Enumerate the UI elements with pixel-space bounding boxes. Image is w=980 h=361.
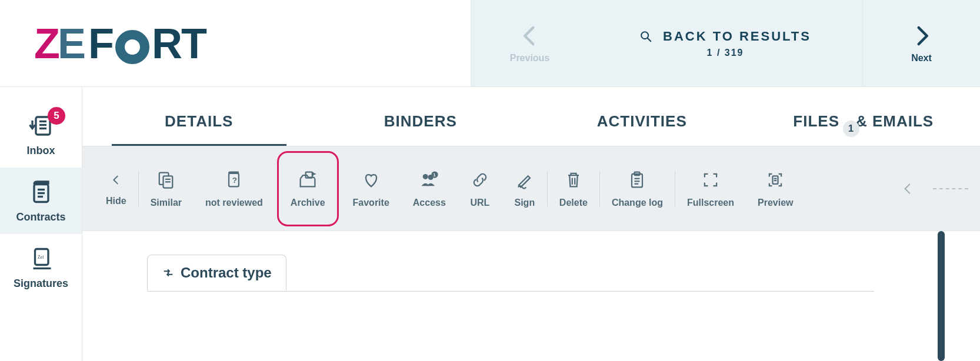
- archive-button[interactable]: Archive: [277, 151, 339, 226]
- tool-label: Sign: [515, 198, 535, 208]
- tool-label: Fullscreen: [687, 198, 734, 208]
- hide-button[interactable]: Hide: [94, 146, 138, 230]
- tabs: DETAILS BINDERS ACTIVITIES FILES 1 & EMA…: [82, 87, 980, 146]
- previous-button[interactable]: Previous: [471, 0, 588, 86]
- preview-button[interactable]: Preview: [746, 146, 805, 230]
- favorite-button[interactable]: Favorite: [341, 146, 401, 230]
- logo: ZEFRT: [34, 19, 206, 68]
- next-button[interactable]: Next: [862, 0, 980, 86]
- tab-details[interactable]: DETAILS: [88, 98, 310, 146]
- contract-type-section-tab[interactable]: Contract type: [147, 255, 286, 290]
- chevron-left-icon: [518, 24, 542, 48]
- access-icon: 1: [419, 169, 440, 190]
- toolbar-right: [894, 146, 968, 230]
- svg-text:1: 1: [433, 172, 436, 178]
- tool-label: Hide: [106, 196, 126, 206]
- tool-label: Change log: [612, 198, 663, 208]
- tab-files-emails[interactable]: FILES 1 & EMAILS: [753, 98, 975, 146]
- access-button[interactable]: 1 Access: [401, 146, 458, 230]
- heart-icon: [361, 169, 382, 190]
- dash-indicator: [933, 188, 968, 189]
- trash-icon: [563, 169, 584, 190]
- previous-label: Previous: [510, 53, 550, 63]
- svg-line-1: [648, 38, 651, 41]
- vertical-scrollbar[interactable]: [938, 231, 945, 361]
- next-label: Next: [911, 53, 932, 63]
- tab-label: BINDERS: [384, 112, 457, 130]
- tool-label: Delete: [559, 198, 588, 208]
- svg-text:?: ?: [232, 175, 237, 184]
- files-count-badge: 1: [843, 121, 859, 137]
- delete-button[interactable]: Delete: [548, 146, 599, 230]
- back-to-results-label: BACK TO RESULTS: [663, 29, 811, 44]
- tab-binders[interactable]: BINDERS: [310, 98, 532, 146]
- signatures-icon: Zef: [27, 245, 55, 273]
- url-button[interactable]: URL: [458, 146, 502, 230]
- preview-icon: [765, 169, 786, 190]
- chevron-right-icon: [909, 24, 934, 48]
- sidebar-item-label: Signatures: [14, 278, 68, 290]
- svg-point-20: [423, 173, 428, 179]
- archive-icon: [297, 169, 318, 190]
- collapse-right-button[interactable]: [894, 146, 921, 230]
- header: ZEFRT Previous BACK TO RESULTS 1 / 319 N…: [0, 0, 980, 87]
- back-to-results-button[interactable]: BACK TO RESULTS 1 / 319: [588, 0, 862, 86]
- tab-label: FILES: [793, 112, 839, 130]
- inbox-badge: 5: [48, 107, 65, 125]
- sidebar-item-inbox[interactable]: 5 Inbox: [0, 101, 82, 168]
- tool-label: URL: [470, 198, 489, 208]
- similar-button[interactable]: Similar: [139, 146, 194, 230]
- card-border: [147, 291, 874, 292]
- fullscreen-button[interactable]: Fullscreen: [675, 146, 746, 230]
- tab-label: DETAILS: [165, 112, 233, 130]
- toolbar: Hide Similar ? not reviewed: [82, 146, 980, 231]
- sidebar-item-signatures[interactable]: Zef Signatures: [0, 234, 82, 300]
- sidebar-item-contracts[interactable]: Contracts: [0, 168, 82, 234]
- sidebar-item-label: Contracts: [16, 211, 65, 223]
- logo-area: ZEFRT: [0, 0, 471, 86]
- tab-label-emails: & EMAILS: [856, 112, 934, 131]
- similar-icon: [155, 169, 176, 190]
- not-reviewed-icon: ?: [224, 169, 245, 190]
- not-reviewed-button[interactable]: ? not reviewed: [194, 146, 275, 230]
- tab-label: ACTIVITIES: [597, 112, 687, 130]
- link-icon: [469, 169, 491, 190]
- tool-label: Similar: [151, 198, 182, 208]
- tool-label: Access: [413, 198, 446, 208]
- sign-icon: [514, 169, 535, 190]
- tool-label: Favorite: [353, 198, 389, 208]
- sign-button[interactable]: Sign: [502, 146, 547, 230]
- svg-text:Zef: Zef: [38, 255, 44, 260]
- chevron-left-icon: [109, 171, 122, 189]
- section-title: Contract type: [181, 265, 272, 281]
- tool-label: not reviewed: [205, 198, 263, 208]
- tool-label: Preview: [758, 198, 793, 208]
- clipboard-icon: [626, 169, 648, 190]
- fullscreen-icon: [700, 169, 721, 190]
- chevron-left-icon: [900, 177, 915, 200]
- sidebar: 5 Inbox Contracts Zef Signatures: [0, 87, 82, 361]
- body-area: Contract type: [82, 231, 980, 361]
- contracts-icon: [27, 178, 55, 206]
- sidebar-item-label: Inbox: [27, 145, 55, 157]
- swap-icon: [162, 266, 175, 279]
- main: 5 Inbox Contracts Zef Signatures DETAILS…: [0, 87, 980, 361]
- search-icon: [639, 30, 652, 43]
- results-position: 1 / 319: [707, 48, 744, 58]
- tab-activities[interactable]: ACTIVITIES: [531, 98, 753, 146]
- change-log-button[interactable]: Change log: [600, 146, 675, 230]
- content: DETAILS BINDERS ACTIVITIES FILES 1 & EMA…: [82, 87, 980, 361]
- tool-label: Archive: [291, 198, 325, 208]
